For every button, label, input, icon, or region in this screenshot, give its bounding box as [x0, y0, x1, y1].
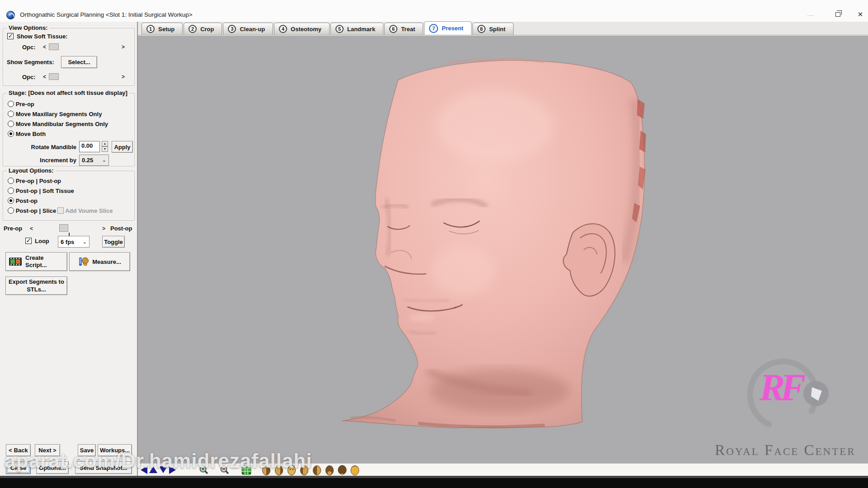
- timeline-slider-thumb[interactable]: [59, 224, 68, 232]
- timeline-left-arrow[interactable]: <: [30, 225, 33, 232]
- bottom-letterbox-bar: [0, 476, 868, 488]
- fps-value: 6 fps: [61, 239, 74, 245]
- apply-button[interactable]: Apply: [112, 141, 133, 153]
- radio-icon: [8, 111, 14, 117]
- view-options-group: View Options: Show Soft Tissue: Opc: < >…: [3, 28, 135, 86]
- app-icon: [6, 11, 15, 19]
- tab-treat[interactable]: 6Treat: [384, 23, 423, 35]
- increment-dropdown[interactable]: 0.25⌄: [79, 155, 109, 166]
- tab-number: 1: [146, 25, 155, 33]
- segments-opacity-slider-left-arrow[interactable]: <: [43, 74, 46, 80]
- chevron-down-icon: ⌄: [83, 239, 87, 245]
- segments-opacity-label: Opc:: [22, 74, 36, 80]
- tab-clean-up[interactable]: 3Clean-up: [223, 23, 273, 35]
- close-window-button[interactable]: ✕: [854, 9, 867, 19]
- tab-landmark[interactable]: 5Landmark: [330, 23, 383, 35]
- rotate-mandible-input[interactable]: 0.00: [79, 141, 100, 152]
- increment-by-label: Increment by: [29, 157, 76, 164]
- minimize-button[interactable]: —: [804, 9, 817, 19]
- select-button-label: Select...: [68, 59, 90, 66]
- view-top-icon[interactable]: [337, 464, 348, 476]
- view-bottom-icon[interactable]: [349, 464, 360, 476]
- opacity-slider-right-arrow[interactable]: >: [122, 44, 125, 50]
- window-title: Orthognathic Surgical Planning <Slot 1: …: [20, 11, 193, 18]
- radio-label: Move Maxillary Segments Only: [16, 111, 102, 117]
- view-options-title: View Options:: [7, 24, 49, 31]
- restore-icon: [835, 12, 840, 17]
- preop-label: Pre-op: [4, 225, 22, 232]
- layout-radio-postop-slice[interactable]: Post-op | Slice: [8, 207, 56, 214]
- tab-number: 5: [335, 25, 344, 33]
- radio-label: Pre-op | Post-op: [16, 178, 61, 184]
- view-right-icon[interactable]: [311, 464, 322, 476]
- increment-value: 0.25: [82, 157, 93, 164]
- show-soft-tissue-label: Show Soft Tissue:: [17, 33, 67, 40]
- layout-radio-postop-softtissue[interactable]: Post-op | Soft Tissue: [8, 188, 74, 194]
- measure-label: Measure...: [92, 258, 121, 265]
- tab-label: Clean-up: [240, 26, 265, 33]
- radio-label: Post-op | Slice: [16, 207, 57, 214]
- opacity-slider-left-arrow[interactable]: <: [43, 44, 46, 50]
- stage-radio-move-mandibular[interactable]: Move Mandibular Segments Only: [8, 121, 108, 127]
- radio-icon: [8, 121, 14, 127]
- tab-osteotomy[interactable]: 4Osteotomy: [274, 23, 330, 35]
- filmstrip-icon: [9, 257, 22, 267]
- segments-opacity-slider-right-arrow[interactable]: >: [122, 74, 125, 80]
- show-soft-tissue-checkbox[interactable]: [7, 33, 14, 39]
- radio-label: Post-op: [16, 197, 38, 204]
- view-back-icon[interactable]: [324, 464, 335, 476]
- watermark-text: aparat.com/Dr.hamidrezafallahi: [5, 450, 312, 472]
- opacity-slider-thumb[interactable]: [49, 43, 59, 50]
- royal-face-center-logo: RF Royal Face Center: [706, 353, 864, 461]
- tab-label: Osteotomy: [291, 26, 321, 33]
- create-script-label: Create Script...: [25, 254, 59, 269]
- tab-label: Present: [442, 25, 463, 32]
- spinner-up-icon[interactable]: ▲: [102, 141, 108, 146]
- stage-radio-move-both[interactable]: Move Both: [8, 131, 46, 137]
- tab-crop[interactable]: 2Crop: [184, 23, 222, 35]
- loop-checkbox[interactable]: [25, 238, 32, 244]
- opacity-label: Opc:: [22, 44, 36, 51]
- stage-group: Stage: [Does not affect soft tissue disp…: [3, 93, 135, 166]
- radio-label: Move Both: [16, 131, 46, 137]
- layout-radio-postop[interactable]: Post-op: [8, 197, 38, 204]
- chevron-down-icon: ⌄: [102, 157, 106, 163]
- layout-options-title: Layout Options:: [7, 167, 56, 174]
- tab-number: 6: [389, 25, 397, 33]
- rotate-mandible-spinner[interactable]: ▲▼: [102, 141, 108, 152]
- radio-icon: [8, 207, 14, 214]
- add-volume-slice-checkbox: [57, 207, 64, 214]
- layout-options-group: Layout Options: Pre-op | Post-op Post-op…: [3, 171, 135, 221]
- tab-number: 2: [189, 25, 197, 33]
- spinner-down-icon[interactable]: ▼: [102, 146, 108, 152]
- select-segments-button[interactable]: Select...: [61, 56, 97, 68]
- 3d-viewport[interactable]: RF Royal Face Center: [138, 36, 868, 476]
- create-script-button[interactable]: Create Script...: [5, 252, 67, 271]
- add-volume-slice-label: Add Voume Slice: [65, 207, 113, 214]
- restore-button[interactable]: [831, 9, 844, 19]
- stage-radio-pre-op[interactable]: Pre-op: [8, 101, 34, 108]
- tab-splint[interactable]: 8Splint: [472, 23, 514, 35]
- tab-number: 7: [429, 24, 438, 33]
- fps-dropdown[interactable]: 6 fps⌄: [58, 236, 90, 248]
- export-segments-button[interactable]: Export Segments to STLs...: [5, 277, 67, 295]
- tab-number: 3: [228, 25, 236, 33]
- radio-label: Move Mandibular Segments Only: [16, 121, 108, 127]
- control-sidebar: View Options: Show Soft Tissue: Opc: < >…: [0, 22, 138, 476]
- tab-number: 8: [477, 25, 486, 33]
- stage-title: Stage: [Does not affect soft tissue disp…: [7, 89, 129, 96]
- workflow-tabbar: 1Setup 2Crop 3Clean-up 4Osteotomy 5Landm…: [138, 22, 868, 35]
- layout-radio-preop-postop[interactable]: Pre-op | Post-op: [8, 178, 61, 184]
- tab-present[interactable]: 7Present: [424, 21, 472, 35]
- tab-label: Setup: [158, 26, 175, 33]
- toggle-button[interactable]: Toggle: [102, 236, 125, 248]
- app-window: Orthognathic Surgical Planning <Slot 1: …: [0, 0, 868, 488]
- tab-setup[interactable]: 1Setup: [142, 23, 183, 35]
- stage-radio-move-maxillary[interactable]: Move Maxillary Segments Only: [8, 111, 102, 117]
- radio-icon: [8, 101, 14, 107]
- timeline-right-arrow[interactable]: >: [102, 225, 105, 232]
- measure-button[interactable]: Measure...: [69, 252, 130, 271]
- window-titlebar: Orthognathic Surgical Planning <Slot 1: …: [0, 0, 868, 22]
- radio-label: Pre-op: [16, 101, 34, 108]
- segments-opacity-slider-thumb[interactable]: [49, 73, 59, 80]
